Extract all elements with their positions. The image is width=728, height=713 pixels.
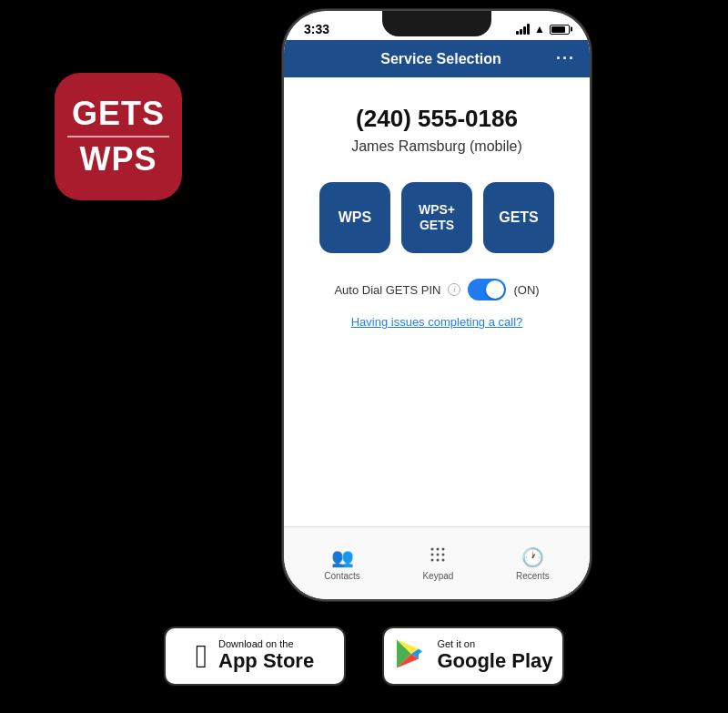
nav-more-button[interactable]: ··· <box>556 49 575 68</box>
svg-point-3 <box>431 554 434 556</box>
battery-fill <box>551 26 565 33</box>
contacts-icon: 👥 <box>331 546 354 568</box>
gets-button[interactable]: GETS <box>483 182 554 253</box>
wifi-icon: ▲ <box>534 23 545 36</box>
google-play-text: Get it on Google Play <box>437 638 552 673</box>
nav-bar: Service Selection ··· <box>284 40 590 77</box>
tab-recents[interactable]: 🕐 Recents <box>516 546 550 581</box>
tab-contacts-label: Contacts <box>324 571 359 581</box>
app-store-text: Download on the App Store <box>218 638 314 673</box>
phone-screen: 3:33 ▲ Service Selection <box>284 11 590 599</box>
google-play-small-text: Get it on <box>437 638 552 649</box>
signal-bar-1 <box>516 31 519 35</box>
signal-bar-2 <box>520 29 522 35</box>
action-buttons-group: WPS WPS+GETS GETS <box>319 182 554 253</box>
logo-container: GETS WPS <box>55 73 182 200</box>
recents-icon: 🕐 <box>521 546 544 568</box>
info-icon[interactable]: i <box>448 283 460 296</box>
svg-point-1 <box>437 548 440 551</box>
auto-dial-toggle[interactable] <box>468 279 506 300</box>
phone-frame: 3:33 ▲ Service Selection <box>282 9 592 601</box>
tab-keypad-label: Keypad <box>422 571 453 581</box>
svg-point-6 <box>431 559 434 562</box>
logo-line1: GETS <box>72 96 165 132</box>
issues-link[interactable]: Having issues completing a call? <box>351 315 523 329</box>
contact-name: James Ramsburg (mobile) <box>351 138 522 155</box>
svg-point-0 <box>431 548 434 551</box>
svg-point-4 <box>437 554 440 556</box>
google-play-badge[interactable]: Get it on Google Play <box>382 626 564 686</box>
google-play-icon <box>393 637 426 676</box>
nav-title: Service Selection <box>326 51 556 67</box>
tab-recents-label: Recents <box>516 571 550 581</box>
apple-icon:  <box>196 640 207 673</box>
toggle-knob <box>486 280 504 299</box>
logo-line2: WPS <box>79 141 157 178</box>
logo-divider <box>67 136 169 138</box>
tab-contacts[interactable]: 👥 Contacts <box>324 546 359 581</box>
tab-bar: 👥 Contacts ​ <box>284 526 590 599</box>
toggle-on-label: (ON) <box>513 283 539 297</box>
status-bar: 3:33 ▲ <box>284 11 590 40</box>
wps-button[interactable]: WPS <box>319 182 390 253</box>
battery-icon <box>550 25 570 35</box>
svg-point-2 <box>442 548 445 551</box>
app-store-big-text: App Store <box>218 649 314 673</box>
screen-content: (240) 555-0186 James Ramsburg (mobile) W… <box>284 77 590 338</box>
gets-wps-logo: GETS WPS <box>55 73 182 200</box>
wps-gets-button[interactable]: WPS+GETS <box>401 182 472 253</box>
auto-dial-row: Auto Dial GETS PIN i (ON) <box>334 279 539 300</box>
svg-point-7 <box>437 559 440 562</box>
status-icons: ▲ <box>516 23 570 36</box>
app-store-small-text: Download on the <box>218 638 314 649</box>
notch <box>382 11 491 36</box>
signal-bar-4 <box>527 24 530 35</box>
svg-point-8 <box>442 559 445 562</box>
keypad-icon: ​ <box>429 545 447 568</box>
svg-point-5 <box>442 554 445 556</box>
signal-bars-icon <box>516 24 530 35</box>
phone-number: (240) 555-0186 <box>356 105 518 133</box>
status-time: 3:33 <box>304 22 329 36</box>
app-store-badge[interactable]:  Download on the App Store <box>164 626 346 686</box>
phone-mockup: 3:33 ▲ Service Selection <box>282 9 592 601</box>
tab-keypad[interactable]: ​ Keypad <box>422 545 453 581</box>
badges-container:  Download on the App Store Get it on Go… <box>0 626 728 686</box>
auto-dial-label: Auto Dial GETS PIN <box>334 283 440 297</box>
google-play-big-text: Google Play <box>437 649 552 673</box>
signal-bar-3 <box>523 26 526 35</box>
